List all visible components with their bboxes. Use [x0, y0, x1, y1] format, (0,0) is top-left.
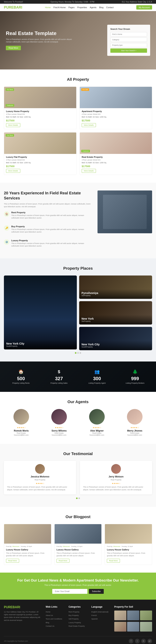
- blog-card-3: Post By: Olivrerson Sunday, 22 April Lux…: [105, 524, 152, 565]
- place-card-nyc2[interactable]: New York City SouthProperty: [79, 327, 152, 350]
- account-button[interactable]: My Account: [136, 5, 152, 10]
- logo[interactable]: PUREBARI: [4, 6, 22, 10]
- nav-contact[interactable]: Contact: [106, 6, 114, 8]
- newsletter-title: For Get Our Latest News & Modern Apartme…: [4, 578, 152, 582]
- property-btn-3[interactable]: More Details: [6, 169, 20, 173]
- agent-card-3: ★★★★☆ Alex Wigner Real Estate houronni@k…: [80, 409, 114, 436]
- places-grid: New York City SouthProperty Pynsilvoniya…: [4, 276, 152, 350]
- testimonial-stars-2: ★★★★☆: [83, 482, 149, 484]
- property-card-img-4: Featured: [80, 132, 152, 154]
- social-facebook-icon[interactable]: f: [129, 639, 133, 644]
- stat-label-2: Property Listing Sales: [42, 382, 76, 384]
- testimonial-stars-1: ★★★★☆: [7, 482, 73, 484]
- exp-desc-1: This is Photoshop's version of lorem ips…: [11, 214, 92, 220]
- stat-4: 🌲 999 Listing Property Brokers: [118, 369, 152, 384]
- nav-pages[interactable]: Pages: [68, 6, 74, 8]
- footer-link-contact[interactable]: Contact Us: [46, 625, 65, 628]
- footer-cat-rent[interactable]: Rent Property: [68, 610, 87, 613]
- nav-blog[interactable]: Blog: [99, 6, 104, 8]
- footer-link-terms[interactable]: Tours and Conditions: [46, 618, 65, 620]
- place-overlay-penn: Pynsilvoniya SixProperty: [79, 289, 152, 299]
- property-featured-1: Featured: [6, 104, 14, 106]
- places-title: Property Places: [4, 266, 152, 271]
- testimonial-dots: [4, 498, 152, 499]
- stat-icon-1: 🏠: [4, 369, 38, 374]
- footer-property-grid: [114, 610, 152, 632]
- nav-home[interactable]: Home: [45, 6, 51, 8]
- agent-role-4: Real Estate: [117, 432, 152, 434]
- nav-properties[interactable]: Properties: [77, 6, 87, 8]
- dot-2[interactable]: [77, 352, 79, 354]
- footer-cat-sell[interactable]: Sell Property: [68, 618, 87, 620]
- test-dot-1[interactable]: [76, 498, 78, 499]
- footer-lang-french[interactable]: French: [91, 614, 110, 617]
- place-name-ny: New York: [82, 317, 150, 320]
- footer-link-about[interactable]: About Us: [46, 614, 65, 617]
- place-card-nyc[interactable]: New York City SouthProperty: [4, 276, 77, 350]
- property-grid: For Rent Featured Luxury Home Property 4…: [4, 86, 152, 175]
- hero-read-more-button[interactable]: Read More: [6, 46, 21, 50]
- footer-prop-img-3: [140, 610, 152, 620]
- footer-lang-english[interactable]: English (International): [91, 610, 110, 613]
- newsletter-subscribe-button[interactable]: Subscribe: [89, 589, 104, 594]
- property-location-2: 4 Rue Laruee Street 6/4: [82, 113, 150, 115]
- stat-number-1: 500: [4, 376, 38, 381]
- blog-btn-1[interactable]: Read More: [6, 559, 19, 563]
- property-name-4: Real Estate Property: [82, 156, 150, 158]
- dot-3[interactable]: [80, 352, 81, 354]
- property-details-4: Bed: 01 Bath: 02 Size: 1200 Sq.: [82, 162, 150, 164]
- footer-link-home[interactable]: Home: [46, 610, 65, 613]
- search-type-input[interactable]: [110, 43, 147, 47]
- nav-agents[interactable]: Agents: [90, 6, 96, 8]
- blog-btn-3[interactable]: Read More: [107, 559, 120, 563]
- agents-title: Our Agents: [4, 400, 152, 404]
- blog-author-1: Olivrerson: [12, 546, 19, 547]
- stats-section: 🏠 500 Property Listing Rents $ 327 Prope…: [0, 362, 156, 392]
- newsletter-email-input[interactable]: [52, 589, 87, 594]
- social-twitter-icon[interactable]: t: [135, 639, 140, 644]
- property-btn-2[interactable]: More Details: [82, 123, 96, 127]
- blog-meta-2: Post By: Olivrerson Sunday, 22 April: [57, 546, 100, 547]
- exp-text-3: Luxury Property This is Photoshop's vers…: [11, 239, 92, 250]
- newsletter-description: This is Photoshop's version of lorem ips…: [4, 584, 152, 586]
- experience-content: 20 Years Experienced In Field Real Estat…: [4, 190, 92, 250]
- nav-find-home[interactable]: Find A Home: [53, 6, 66, 8]
- blog-btn-2[interactable]: Read More: [57, 559, 70, 563]
- place-sub-nyc: SouthProperty: [6, 345, 74, 347]
- all-property-title: All Property: [4, 77, 152, 82]
- stat-label-4: Listing Property Brokers: [118, 382, 152, 384]
- blog-desc-3: This is Photoshop's version of lorem ips…: [107, 552, 150, 557]
- footer-cat-real[interactable]: Real Estate Property: [68, 625, 87, 628]
- blog-title-3: Luxury House Gallery: [107, 548, 150, 551]
- footer-categories-title: Categories: [68, 606, 87, 608]
- footer-lang-spanish[interactable]: Spanish: [91, 618, 110, 620]
- property-btn-4[interactable]: More Details: [82, 169, 96, 173]
- social-google-icon[interactable]: g+: [147, 639, 152, 644]
- hero-search-box: Search Your Dream Start Your Search >: [107, 25, 150, 56]
- agent-stars-2: ★★★★☆: [42, 426, 76, 428]
- blog-meta-1: Post By: Olivrerson Sunday, 22 April: [6, 546, 49, 547]
- test-dot-2[interactable]: [78, 498, 80, 499]
- footer-cat-buy[interactable]: Buy Property: [68, 614, 87, 617]
- social-linkedin-icon[interactable]: in: [141, 639, 146, 644]
- exp-title-3: Luxury Property: [11, 239, 92, 242]
- agent-avatar-2: [51, 409, 67, 424]
- stat-number-4: 999: [118, 376, 152, 381]
- welcome-text: Welcome To Purebari!: [4, 1, 23, 3]
- stat-1: 🏠 500 Property Listing Rents: [4, 369, 38, 384]
- place-card-ny[interactable]: New York SixProperty: [79, 301, 152, 324]
- blog-author-3: Olivrerson: [113, 546, 120, 547]
- place-name-penn: Pynsilvoniya: [82, 292, 150, 294]
- dot-1[interactable]: [75, 352, 76, 354]
- footer-logo-suffix: BARI: [13, 606, 20, 609]
- property-btn-1[interactable]: More Details: [6, 123, 20, 127]
- footer-link-blog[interactable]: Blog: [46, 621, 65, 624]
- search-button[interactable]: Start Your Search >: [110, 48, 147, 53]
- search-category-input[interactable]: [110, 38, 147, 42]
- place-card-penn[interactable]: Pynsilvoniya SixProperty: [79, 276, 152, 299]
- places-section: Property Places New York City SouthPrope…: [0, 258, 156, 362]
- footer-cat-luxury[interactable]: Luxury Property: [68, 621, 87, 624]
- testimonial-avatar-2: [111, 464, 121, 474]
- experience-section: 20 Years Experienced In Field Real Estat…: [0, 183, 156, 258]
- search-location-input[interactable]: [110, 32, 147, 36]
